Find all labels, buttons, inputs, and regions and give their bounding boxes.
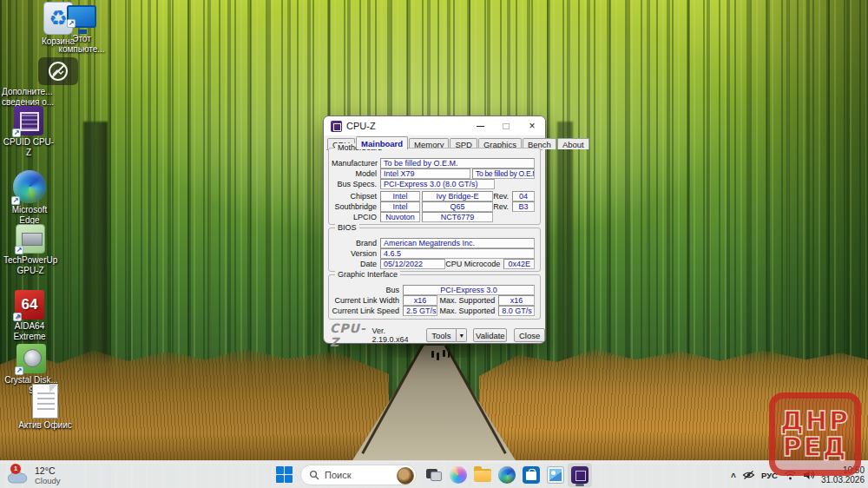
store-button[interactable] [519, 463, 543, 487]
photos-icon [547, 466, 564, 484]
broken-image-icon [38, 57, 78, 85]
bios-version-field[interactable]: 4.6.5 [380, 248, 535, 259]
link-speed-max-label: Max. Supported [437, 307, 498, 315]
no-preview-glyph [38, 57, 78, 85]
system-tray: ^ РУС [731, 461, 865, 488]
store-icon [523, 466, 540, 484]
volume-icon[interactable] [803, 470, 815, 480]
link-speed-label: Current Link Speed [332, 307, 403, 315]
lpcio-name-field[interactable]: NCT6779 [422, 212, 493, 222]
chipset-vendor-field[interactable]: Intel [380, 191, 420, 201]
bios-date-field[interactable]: 05/12/2022 [380, 259, 445, 269]
title-bar[interactable]: CPU-Z × [324, 116, 545, 135]
shortcut-arrow-icon: ↗ [13, 313, 22, 321]
link-width-field[interactable]: x16 [403, 295, 437, 306]
task-view-icon [426, 469, 442, 481]
model-field[interactable]: Intel X79 [380, 168, 470, 179]
link-width-max-label: Max. Supported [437, 296, 498, 305]
person-silhouette [443, 350, 445, 357]
gpuz-icon: ↗ [16, 224, 45, 254]
manufacturer-label: Manufacturer [332, 159, 380, 168]
cpuz-window: CPU-Z × CPU Mainboard Memory SPD Graphic… [323, 115, 546, 344]
language-indicator[interactable]: РУС [761, 471, 778, 480]
group-label: BIOS [335, 223, 359, 232]
tray-chevron-up-icon[interactable]: ^ [731, 472, 736, 482]
chipset-rev-field[interactable]: 04 [512, 191, 535, 201]
link-width-label: Current Link Width [332, 296, 403, 305]
bios-brand-label: Brand [332, 239, 380, 247]
this-pc-icon: ↗ [67, 5, 96, 28]
cpuz-app-icon: ↗ [14, 106, 43, 135]
crystaldisk-icon: ↗ [16, 344, 46, 373]
desktop-icon-label: Microsoft Edge [3, 205, 56, 226]
window-footer: CPU-Z Ver. 2.19.0.x64 Tools ▾ Validate C… [324, 326, 545, 344]
tray-time: 10:50 [821, 465, 865, 475]
gi-bus-label: Bus [332, 286, 403, 294]
group-label: Graphic Interface [335, 270, 400, 279]
desktop-icon-microsoft-edge[interactable]: ↗ Microsoft Edge [3, 170, 56, 226]
shortcut-arrow-icon: ↗ [12, 129, 21, 137]
link-speed-field[interactable]: 2.5 GT/s [403, 306, 437, 316]
photos-button[interactable] [543, 463, 568, 487]
minimize-button[interactable] [467, 116, 493, 135]
close-icon: × [529, 121, 535, 131]
bios-group: BIOS Brand American Megatrends Inc. Vers… [328, 228, 541, 272]
windows-logo-icon [276, 475, 284, 483]
model-field-2[interactable]: To be filled by O.E.M. [472, 168, 535, 179]
desktop-icon-this-pc[interactable]: ↗ Этот компьюте... [57, 5, 106, 55]
tab-mainboard[interactable]: Mainboard [356, 136, 408, 149]
copilot-button[interactable] [446, 463, 470, 487]
manufacturer-field[interactable]: To be filled by O.E.M. [380, 158, 535, 168]
tab-about[interactable]: About [557, 138, 589, 149]
link-speed-max-field[interactable]: 8.0 GT/s [498, 306, 535, 316]
shortcut-arrow-icon: ↗ [67, 19, 76, 28]
edge-button[interactable] [495, 463, 519, 487]
task-view-button[interactable] [422, 463, 446, 487]
validate-button[interactable]: Validate [473, 328, 507, 342]
southbridge-rev-field[interactable]: B3 [512, 201, 535, 212]
file-explorer-button[interactable] [470, 463, 495, 487]
lpcio-vendor-field[interactable]: Nuvoton [380, 212, 420, 222]
weather-condition: Cloudy [35, 476, 61, 485]
bus-specs-field[interactable]: PCI-Express 3.0 (8.0 GT/s) [380, 179, 495, 189]
desktop-icon-cpuid-cpuz[interactable]: ↗ CPUID CPU-Z [2, 106, 56, 158]
tools-button[interactable]: Tools [426, 328, 457, 342]
close-dialog-button[interactable]: Close [514, 328, 545, 342]
shortcut-arrow-icon: ↗ [15, 246, 23, 254]
weather-temp: 12°C [35, 465, 61, 476]
cpuz-window-icon [331, 121, 342, 132]
southbridge-name-field[interactable]: Q65 [422, 201, 493, 212]
wifi-icon[interactable] [784, 470, 797, 480]
bios-brand-field[interactable]: American Megatrends Inc. [380, 238, 535, 248]
search-highlight-image[interactable] [397, 467, 414, 485]
search-box[interactable]: Поиск [300, 465, 417, 485]
desktop-icon-techpowerup-gpuz[interactable]: ↗ TechPowerUp GPU-Z [3, 224, 57, 276]
version-text: Ver. 2.19.0.x64 [372, 326, 413, 344]
desktop-icon-system-info[interactable]: Дополните... сведения о... [2, 57, 82, 108]
windows-logo-icon [276, 466, 284, 474]
bus-specs-label: Bus Specs. [332, 180, 380, 188]
eye-slash-icon[interactable] [742, 470, 755, 480]
cpu-microcode-field[interactable]: 0x42E [503, 259, 535, 269]
weather-widget[interactable]: 1 12°C Cloudy [5, 463, 101, 487]
start-button[interactable] [276, 466, 293, 484]
link-width-max-field[interactable]: x16 [498, 295, 535, 306]
tray-date: 31.03.2026 [821, 475, 865, 485]
lpcio-label: LPCIO [332, 213, 380, 221]
motherboard-group: Motherboard Manufacturer To be filled by… [328, 148, 541, 225]
bios-date-label: Date [332, 260, 380, 268]
close-button[interactable]: × [519, 116, 545, 135]
southbridge-vendor-field[interactable]: Intel [380, 201, 420, 212]
desktop: ♻ Корзина ↗ Этот компьюте... Дополните..… [0, 0, 868, 488]
gi-bus-field[interactable]: PCI-Express 3.0 [403, 285, 535, 295]
chipset-name-field[interactable]: Ivy Bridge-E [422, 191, 493, 201]
edge-icon: ↗ [13, 170, 46, 203]
person-silhouette [448, 352, 450, 358]
cpuz-taskbar-button[interactable] [568, 463, 592, 487]
copilot-icon [450, 466, 467, 484]
desktop-icon-aktiv-ofiis[interactable]: Актив Офиис [12, 384, 78, 431]
clock[interactable]: 10:50 31.03.2026 [821, 465, 865, 485]
desktop-icon-aida64[interactable]: 64↗ AIDA64 Extreme [3, 290, 56, 342]
cpuz-logo: CPU-Z [330, 321, 366, 349]
tools-dropdown-arrow[interactable]: ▾ [457, 328, 467, 342]
